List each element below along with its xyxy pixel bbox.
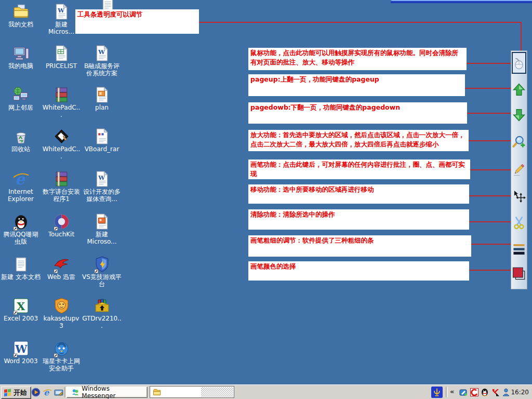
connector-line-pagedown — [467, 113, 511, 114]
desktop-icon-label: VBoard_rar — [82, 146, 122, 153]
scissors-icon — [512, 213, 526, 233]
thunder-icon — [53, 256, 70, 273]
word-doc-icon: W — [94, 170, 111, 188]
toolbar-button-pen-color[interactable] — [512, 262, 526, 284]
desktop-icon-label: VS竞技游戏平台 — [82, 274, 122, 288]
desktop-icon-kakasetupv3[interactable]: kakasetupv3 — [42, 297, 81, 330]
notepad-icon — [12, 256, 30, 273]
input-method-indicator[interactable] — [431, 387, 443, 398]
desktop-icon-label: B融成服务评价系统方案 — [82, 63, 122, 77]
desktop-icon-B融成服务评价系统方案[interactable]: WB融成服务评价系统方案 — [82, 45, 122, 77]
desktop-icon-label: 数字讲台安装程序1 — [42, 189, 81, 203]
plan-doc-icon — [94, 86, 111, 103]
desktop-icon-GTDrv2210...[interactable]: GTDrv2210... — [82, 297, 122, 330]
desktop-icon-WhitePadC...[interactable]: WhitePadC... — [42, 128, 81, 161]
callout-text: 画笔功能：点击此键后，可对屏幕的任何内容进行批注，圈、点、画都可实现 — [248, 159, 470, 179]
tray-icon-qq[interactable] — [481, 388, 489, 396]
gt-archive-icon — [94, 297, 111, 314]
desktop-icon-label: Web 迅雷 — [42, 274, 81, 281]
arrow-up-icon — [512, 79, 526, 99]
desktop-icon-VS竞技游戏平台[interactable]: VS竞技游戏平台 — [82, 256, 122, 288]
tray-chevron-button[interactable]: « — [450, 388, 454, 395]
mouse-icon — [513, 53, 525, 73]
callout-text: pagedowb:下翻一页，功能同键盘的pagedown — [248, 102, 467, 113]
messenger-icon — [71, 388, 79, 396]
tray-icon-pen-tool[interactable] — [459, 388, 468, 396]
winrar-icon — [53, 86, 70, 103]
folder-task-panel[interactable] — [150, 386, 234, 398]
desktop-icon-label: 瑞星卡卡上网安全助手 — [42, 358, 81, 373]
callout-text: 鼠标功能，点击此功能可以用触摸屏实现所有的鼠标功能。同时会清除所有对页面的批注、… — [248, 48, 467, 68]
desktop-icon-新建 Microso...[interactable]: 新建 Microso... — [82, 213, 122, 246]
callout-pagedown: pagedowb:下翻一页，功能同键盘的pagedown — [248, 102, 467, 124]
desktop-icon-Internet Explorer[interactable]: eInternet Explorer — [1, 170, 41, 203]
desktop-icon-label: TouchKit — [42, 231, 81, 238]
desktop-icon-label: kakasetupv3 — [42, 315, 81, 330]
desktop-icon-我的文档[interactable]: 我的文档 — [1, 3, 41, 29]
desktop-icon-Excel 2003[interactable]: XExcel 2003 — [1, 297, 41, 323]
windows-logo-icon — [4, 389, 12, 397]
connector-line-pen-function — [470, 169, 511, 170]
word-doc-icon: W — [53, 3, 70, 20]
quicklaunch-media-player[interactable] — [31, 388, 41, 397]
callout-text: 清除功能：清除所选中的操作 — [248, 209, 469, 220]
start-button[interactable]: 开始 — [1, 387, 31, 399]
connector-line-mouse-function — [467, 63, 511, 64]
desktop-icon-plan[interactable]: plan — [82, 86, 122, 112]
desktop-icon-WhitePadC...[interactable]: WhitePadC... — [42, 86, 81, 119]
toolbar-button-line-thickness[interactable] — [512, 238, 526, 260]
move-cursor-icon — [512, 187, 526, 206]
annotation-toolbar — [511, 50, 527, 289]
svg-text:W: W — [98, 174, 105, 181]
word-doc-icon: W — [94, 45, 111, 62]
arrow-down-icon — [512, 105, 526, 125]
onetouch-icon — [53, 213, 70, 230]
folder-icon — [153, 388, 161, 396]
desktop-icon-数字讲台安装程序1[interactable]: 数字讲台安装程序1 — [42, 170, 81, 203]
tray-icon-thunder[interactable] — [470, 388, 478, 396]
toolbar-button-move[interactable] — [512, 185, 526, 207]
desktop-icon-label: Word 2003 — [1, 358, 41, 365]
callout-text: 移动功能：选中所要移动的区域再进行移动 — [248, 184, 469, 195]
taskbar: 开始 e Windows Messenger « 16:20 — [0, 384, 532, 399]
task-button-windows-messenger[interactable]: Windows Messenger — [66, 387, 148, 398]
toolbar-button-zoom[interactable] — [512, 131, 526, 153]
desktop-icon-PRICELIST[interactable]: PRICELIST — [42, 45, 81, 70]
desktop-icon-新建 文本文档[interactable]: 新建 文本文档 — [1, 256, 41, 281]
toolbar-button-clear[interactable] — [512, 212, 526, 234]
vboard-icon — [94, 128, 111, 145]
tray-icon-messenger-person[interactable] — [502, 388, 510, 396]
connector-line-move-function — [469, 195, 511, 196]
connector-line-toolbar-transparency-h — [199, 22, 522, 23]
connector-line-pen-color — [469, 270, 511, 271]
desktop-icon-label: Internet Explorer — [1, 189, 41, 203]
network-icon — [12, 86, 30, 103]
svg-text:e: e — [15, 170, 25, 188]
connector-line-clear-function — [469, 221, 511, 222]
desktop-icon-TouchKit[interactable]: TouchKit — [42, 213, 81, 238]
desktop-icon-腾讯QQ珊瑚虫版[interactable]: 腾讯QQ珊瑚虫版 — [1, 213, 41, 246]
quicklaunch-internet-explorer[interactable]: e — [43, 388, 52, 397]
quicklaunch-show-desktop[interactable] — [54, 388, 63, 397]
desktop-icon-我的电脑[interactable]: 我的电脑 — [1, 45, 41, 70]
desktop-icon-瑞星卡卡上网安全助手[interactable]: 瑞星卡卡上网安全助手 — [42, 340, 81, 373]
desktop-icon-label: 回收站 — [1, 146, 41, 153]
toolbar-button-pen[interactable] — [512, 158, 526, 180]
qq-icon — [12, 213, 30, 230]
desktop-icon-Word 2003[interactable]: WWord 2003 — [1, 340, 41, 365]
color-swatch-icon — [512, 263, 526, 283]
tray-icon-kaspersky[interactable] — [491, 388, 500, 396]
start-label: 开始 — [14, 388, 27, 397]
toolbar-button-page-up[interactable] — [512, 78, 526, 100]
toolbar-button-mouse-mode[interactable] — [512, 52, 526, 74]
desktop-icon-label: 我的电脑 — [1, 63, 41, 70]
desktop-icon-设计开发的多媒体查询...[interactable]: W设计开发的多媒体查询... — [82, 170, 122, 203]
connector-line-zoom-function — [469, 140, 511, 141]
tray-separator — [446, 387, 448, 397]
desktop-icon-Web 迅雷[interactable]: Web 迅雷 — [42, 256, 81, 281]
desktop-icon-网上邻居[interactable]: 网上邻居 — [1, 86, 41, 112]
winrar-icon — [53, 170, 70, 188]
toolbar-button-page-down[interactable] — [512, 104, 526, 126]
desktop-icon-回收站[interactable]: 回收站 — [1, 128, 41, 153]
desktop-icon-VBoard_rar[interactable]: VBoard_rar — [82, 128, 122, 153]
